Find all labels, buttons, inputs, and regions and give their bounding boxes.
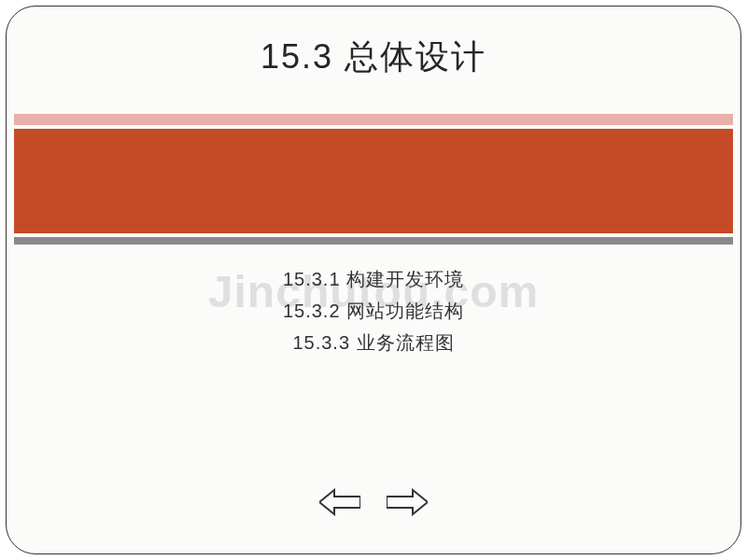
list-item: 15.3.2 网站功能结构 — [7, 295, 740, 327]
content-list: 15.3.1 构建开发环境 15.3.2 网站功能结构 15.3.3 业务流程图 — [7, 263, 740, 358]
list-item: 15.3.3 业务流程图 — [7, 327, 740, 358]
list-item: 15.3.1 构建开发环境 — [7, 263, 740, 295]
nav-arrows — [319, 488, 428, 516]
arrow-left-icon — [319, 488, 360, 516]
next-button[interactable] — [387, 488, 428, 516]
accent-bar-gray — [14, 237, 733, 245]
prev-button[interactable] — [319, 488, 360, 516]
accent-bar-orange — [14, 129, 733, 233]
accent-bar-pink — [14, 114, 733, 125]
arrow-right-icon — [387, 488, 428, 516]
slide-title: 15.3 总体设计 — [7, 35, 740, 80]
slide-frame: 15.3 总体设计 Jinchutou.com 15.3.1 构建开发环境 15… — [6, 6, 741, 554]
